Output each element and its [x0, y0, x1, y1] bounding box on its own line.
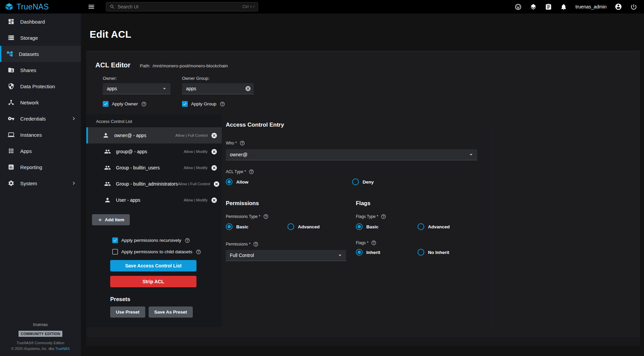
alerts-bell-icon[interactable]	[560, 3, 567, 10]
permissions-section: Permissions Permissions Type * Basic	[226, 200, 356, 261]
chevron-down-icon	[337, 252, 343, 259]
remove-entry-icon[interactable]	[211, 149, 217, 155]
acl-list-panel: Access Control List owner@ - apps Allow …	[86, 114, 222, 327]
help-icon[interactable]	[240, 140, 245, 146]
help-icon[interactable]	[249, 169, 254, 174]
acl-entry-row[interactable]: group@ - apps Allow | Modify	[86, 143, 222, 160]
apply-group-checkbox[interactable]: Apply Group	[182, 101, 225, 107]
owner-select[interactable]: apps	[103, 83, 171, 94]
people-icon	[104, 148, 111, 155]
help-icon[interactable]	[220, 101, 225, 107]
radio-deny[interactable]: Deny	[352, 179, 374, 185]
help-icon[interactable]	[263, 214, 269, 219]
sidebar-item-data-protection[interactable]: Data Protection	[0, 78, 81, 94]
remove-entry-icon[interactable]	[213, 181, 220, 187]
help-icon[interactable]	[185, 238, 190, 243]
acl-entry-row[interactable]: owner@ - apps Allow | Full Control	[86, 127, 222, 143]
remove-entry-icon[interactable]	[211, 132, 217, 139]
acl-entry-who: group@ - apps	[116, 149, 147, 154]
power-icon[interactable]	[630, 3, 637, 10]
gear-icon	[8, 180, 14, 187]
checkbox-checked-icon	[103, 101, 109, 107]
sidebar-item-storage[interactable]: Storage	[0, 30, 81, 46]
sidebar-item-label: Storage	[20, 35, 38, 41]
radio-permissions-basic[interactable]: Basic	[226, 223, 287, 230]
people-icon	[104, 181, 111, 187]
radio-flags-advanced[interactable]: Advanced	[418, 223, 450, 230]
jobs-clipboard-icon[interactable]	[545, 3, 552, 10]
permissions-select[interactable]: Full Control	[226, 250, 346, 261]
logged-in-username: truenas_admin	[575, 4, 607, 9]
add-item-button[interactable]: Add Item	[92, 214, 130, 225]
help-icon[interactable]	[253, 241, 258, 247]
who-select[interactable]: owner@	[226, 149, 477, 160]
shares-folder-icon	[8, 67, 14, 73]
sidebar-item-network[interactable]: Network	[0, 94, 81, 110]
sidebar-item-label: Shares	[20, 67, 36, 73]
remove-entry-icon[interactable]	[211, 165, 217, 171]
chevron-down-icon	[161, 85, 168, 92]
truenas-logo[interactable]: TrueNAS	[0, 2, 81, 11]
sidebar-item-label: Data Protection	[20, 84, 55, 89]
person-icon	[102, 132, 109, 139]
user-account-icon[interactable]	[615, 3, 622, 10]
sidebar-item-shares[interactable]: Shares	[0, 62, 81, 78]
apply-recursively-checkbox[interactable]: Apply permissions recursively	[112, 237, 222, 243]
radio-flags-basic[interactable]: Basic	[356, 223, 418, 230]
apply-child-datasets-checkbox[interactable]: Apply permissions to child datasets	[112, 249, 222, 255]
acl-entry-row[interactable]: User - apps Allow | Modify	[86, 192, 222, 208]
dataset-path: Path: /mnt/monero-pool/monero-blockchain	[140, 63, 228, 68]
sidebar-item-credentials[interactable]: Credentials	[0, 110, 81, 127]
help-icon[interactable]	[196, 249, 201, 255]
permissions-type-label: Permissions Type *	[226, 214, 260, 219]
flags-radio-group: Inherit No Inherit	[356, 249, 479, 256]
sidebar-item-apps[interactable]: Apps	[0, 143, 81, 159]
search-input[interactable]	[118, 4, 240, 9]
radio-inherit[interactable]: Inherit	[356, 249, 418, 256]
acl-entry-who: Group - builtin_administrators	[116, 181, 178, 187]
help-icon[interactable]	[141, 101, 147, 107]
owner-fields-row: Owner: apps Owner Group: apps	[103, 76, 640, 94]
feedback-smiley-icon[interactable]	[515, 3, 522, 10]
who-label: Who *	[226, 141, 237, 145]
owner-group-field: Owner Group: apps	[182, 76, 254, 94]
apply-owner-checkbox[interactable]: Apply Owner	[103, 101, 182, 107]
sidebar-item-label: Datasets	[19, 51, 39, 57]
copyright-line: © 2025 iXsystems, Inc. dba TrueNAS	[0, 347, 81, 351]
use-preset-button[interactable]: Use Preset	[110, 306, 145, 318]
sidebar-item-instances[interactable]: Instances	[0, 127, 81, 143]
radio-unselected-icon	[352, 179, 359, 185]
layers-icon[interactable]	[530, 3, 537, 10]
sidebar-item-reporting[interactable]: Reporting	[0, 159, 81, 175]
radio-allow[interactable]: Allow	[226, 179, 352, 185]
topbar: TrueNAS Ctrl + / truenas_admin	[0, 0, 644, 13]
sidebar-item-system[interactable]: System	[0, 175, 81, 191]
copyright-brand-link[interactable]: TrueNAS	[55, 347, 70, 351]
computer-icon	[8, 131, 14, 138]
clear-owner-group-icon[interactable]	[245, 86, 251, 92]
truenas-logo-icon	[5, 2, 13, 11]
sidebar-item-datasets[interactable]: Datasets	[0, 46, 81, 62]
radio-permissions-advanced[interactable]: Advanced	[287, 223, 320, 230]
acl-entry-permission: Allow | Full Control	[178, 182, 210, 186]
save-access-control-list-button[interactable]: Save Access Control List	[110, 260, 196, 271]
strip-acl-button[interactable]: Strip ACL	[110, 276, 196, 287]
owner-group-input[interactable]: apps	[182, 83, 254, 94]
search-box[interactable]: Ctrl + /	[106, 2, 258, 11]
apply-child-datasets-label: Apply permissions to child datasets	[121, 249, 192, 254]
sidebar-item-label: Dashboard	[20, 19, 45, 25]
save-as-preset-button[interactable]: Save As Preset	[149, 306, 193, 318]
sidebar-item-dashboard[interactable]: Dashboard	[0, 13, 81, 30]
help-icon[interactable]	[381, 214, 386, 219]
menu-toggle-button[interactable]	[88, 3, 95, 10]
help-icon[interactable]	[371, 240, 376, 246]
acl-entry-row[interactable]: Group - builtin_administrators Allow | F…	[86, 176, 222, 192]
acl-entry-who: User - apps	[116, 197, 140, 203]
remove-entry-icon[interactable]	[211, 197, 217, 203]
acl-entry-permission: Allow | Modify	[184, 150, 208, 154]
chevron-down-icon	[468, 151, 474, 158]
acl-entry-row[interactable]: Group - builtin_users Allow | Modify	[86, 160, 222, 176]
page-title: Edit ACL	[90, 29, 640, 40]
radio-no-inherit[interactable]: No Inherit	[418, 249, 449, 256]
plus-icon	[97, 217, 103, 223]
